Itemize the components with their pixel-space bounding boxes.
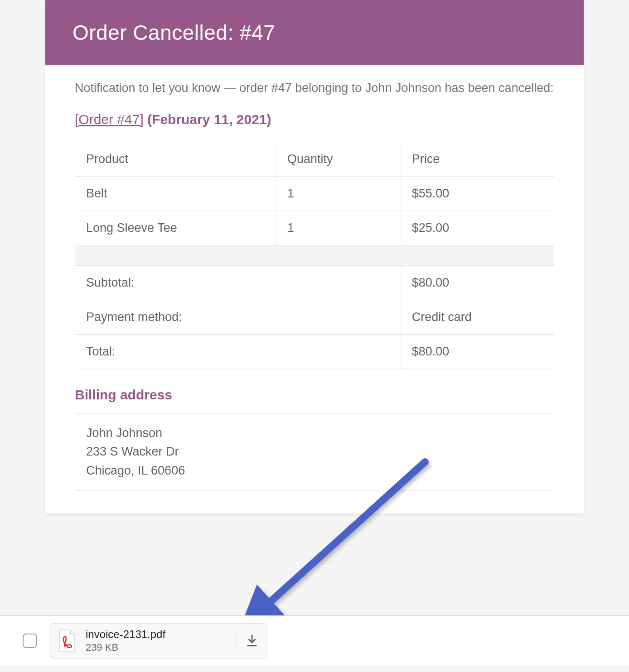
billing-city: Chicago, IL 60606 <box>86 461 543 480</box>
cell-price: $25.00 <box>401 211 554 245</box>
email-body: Notification to let you know — order #47… <box>45 65 584 514</box>
attachment-chip[interactable]: invoice-2131.pdf 239 KB <box>50 623 267 658</box>
summary-value: Credit card <box>401 300 554 334</box>
table-row: Long Sleeve Tee 1 $25.00 <box>75 211 554 245</box>
cell-product: Long Sleeve Tee <box>75 211 276 245</box>
cell-price: $55.00 <box>401 176 554 211</box>
table-spacer <box>75 245 554 265</box>
billing-heading: Billing address <box>75 387 554 403</box>
billing-name: John Johnson <box>86 424 543 443</box>
summary-row: Subtotal: $80.00 <box>75 265 554 300</box>
cell-product: Belt <box>75 176 276 211</box>
summary-label: Payment method: <box>75 300 401 334</box>
summary-label: Subtotal: <box>75 265 401 300</box>
summary-row: Total: $80.00 <box>75 334 554 369</box>
summary-value: $80.00 <box>401 334 554 369</box>
billing-address-box: John Johnson 233 S Wacker Dr Chicago, IL… <box>75 413 554 491</box>
order-link[interactable]: [Order #47] <box>75 112 144 127</box>
attachment-divider <box>236 630 236 651</box>
email-header-title: Order Cancelled: #47 <box>45 0 584 65</box>
order-date: (February 11, 2021) <box>147 112 271 127</box>
attachment-info: invoice-2131.pdf 239 KB <box>86 628 228 653</box>
email-container: Order Cancelled: #47 Notification to let… <box>0 0 629 514</box>
attachment-bar: invoice-2131.pdf 239 KB <box>0 615 629 666</box>
table-row: Belt 1 $55.00 <box>75 176 554 211</box>
notice-text: Notification to let you know — order #47… <box>75 79 554 97</box>
download-button[interactable] <box>243 632 261 649</box>
order-table: Product Quantity Price Belt 1 $55.00 Lon… <box>75 142 554 369</box>
attachment-filename: invoice-2131.pdf <box>86 628 228 641</box>
header-quantity: Quantity <box>276 142 401 176</box>
header-product: Product <box>75 142 276 176</box>
download-icon <box>245 634 259 648</box>
order-summary-line: [Order #47] (February 11, 2021) <box>75 112 554 127</box>
table-header-row: Product Quantity Price <box>75 142 554 176</box>
cell-quantity: 1 <box>276 211 401 245</box>
header-price: Price <box>401 142 554 176</box>
summary-value: $80.00 <box>401 265 554 300</box>
email-card: Order Cancelled: #47 Notification to let… <box>45 0 584 514</box>
pdf-icon <box>57 628 78 653</box>
cell-quantity: 1 <box>276 176 401 211</box>
attachment-checkbox[interactable] <box>23 634 37 648</box>
summary-label: Total: <box>75 334 401 369</box>
billing-street: 233 S Wacker Dr <box>86 442 543 461</box>
summary-row: Payment method: Credit card <box>75 300 554 334</box>
attachment-size: 239 KB <box>86 642 228 653</box>
